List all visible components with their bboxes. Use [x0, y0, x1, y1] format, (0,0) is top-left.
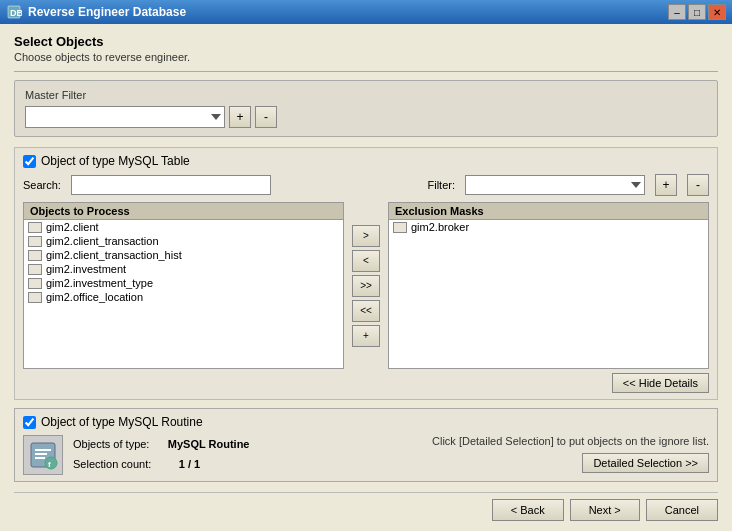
routine-icon: f — [23, 435, 63, 475]
routine-info: Objects of type: MySQL Routine Selection… — [73, 435, 249, 475]
master-filter-select[interactable] — [25, 106, 225, 128]
selection-count-value: 1 / 1 — [179, 458, 200, 470]
move-left-button[interactable]: < — [352, 250, 380, 272]
master-filter-group: Master Filter + - — [14, 80, 718, 137]
filter-label: Filter: — [428, 179, 456, 191]
list-item[interactable]: gim2.broker — [389, 220, 708, 234]
list-item[interactable]: gim2.client — [24, 220, 343, 234]
hide-details-button[interactable]: << Hide Details — [612, 373, 709, 393]
routine-right: Click [Detailed Selection] to put object… — [432, 435, 709, 473]
move-right-button[interactable]: > — [352, 225, 380, 247]
search-input[interactable] — [71, 175, 271, 195]
maximize-button[interactable]: □ — [688, 4, 706, 20]
page-title: Select Objects — [14, 34, 718, 49]
routine-hint: Click [Detailed Selection] to put object… — [432, 435, 709, 447]
move-buttons-group: > < >> << + — [348, 202, 384, 369]
exclusion-masks-container: Exclusion Masks gim2.broker — [388, 202, 709, 369]
minimize-button[interactable]: – — [668, 4, 686, 20]
mysql-table-label: Object of type MySQL Table — [41, 154, 190, 168]
selection-count-label: Selection count: — [73, 458, 151, 470]
svg-point-6 — [45, 457, 57, 469]
exclusion-masks-header: Exclusion Masks — [388, 202, 709, 219]
svg-rect-3 — [35, 449, 51, 451]
list-item[interactable]: gim2.investment — [24, 262, 343, 276]
filter-add-button[interactable]: + — [655, 174, 677, 196]
move-all-left-button[interactable]: << — [352, 300, 380, 322]
footer-buttons: < Back Next > Cancel — [14, 492, 718, 521]
cancel-button[interactable]: Cancel — [646, 499, 718, 521]
mysql-table-section: Object of type MySQL Table Search: Filte… — [14, 147, 718, 400]
objects-to-process-container: Objects to Process gim2.clientgim2.clien… — [23, 202, 344, 369]
routine-section: Object of type MySQL Routine f Objects o… — [14, 408, 718, 482]
routine-label: Object of type MySQL Routine — [41, 415, 203, 429]
list-item[interactable]: gim2.client_transaction — [24, 234, 343, 248]
detailed-selection-button[interactable]: Detailed Selection >> — [582, 453, 709, 473]
svg-rect-5 — [35, 457, 45, 459]
list-item[interactable]: gim2.investment_type — [24, 276, 343, 290]
master-filter-add-button[interactable]: + — [229, 106, 251, 128]
svg-text:DB: DB — [10, 8, 22, 18]
master-filter-remove-button[interactable]: - — [255, 106, 277, 128]
app-icon: DB — [6, 4, 22, 20]
search-label: Search: — [23, 179, 61, 191]
objects-to-process-header: Objects to Process — [23, 202, 344, 219]
objects-of-type-value: MySQL Routine — [168, 438, 250, 450]
objects-of-type-label: Objects of type: — [73, 438, 149, 450]
list-item[interactable]: gim2.office_location — [24, 290, 343, 304]
back-button[interactable]: < Back — [492, 499, 564, 521]
page-subtitle: Choose objects to reverse engineer. — [14, 51, 718, 63]
next-button[interactable]: Next > — [570, 499, 640, 521]
add-item-button[interactable]: + — [352, 325, 380, 347]
mysql-table-checkbox[interactable] — [23, 155, 36, 168]
close-button[interactable]: ✕ — [708, 4, 726, 20]
master-filter-label: Master Filter — [25, 89, 707, 101]
routine-checkbox[interactable] — [23, 416, 36, 429]
filter-select[interactable] — [465, 175, 645, 195]
objects-to-process-list[interactable]: gim2.clientgim2.client_transactiongim2.c… — [23, 219, 344, 369]
move-all-right-button[interactable]: >> — [352, 275, 380, 297]
dialog-title: Reverse Engineer Database — [28, 5, 186, 19]
title-bar: DB Reverse Engineer Database – □ ✕ — [0, 0, 732, 24]
svg-text:f: f — [48, 460, 51, 469]
filter-remove-button[interactable]: - — [687, 174, 709, 196]
svg-rect-4 — [35, 453, 47, 455]
list-item[interactable]: gim2.client_transaction_hist — [24, 248, 343, 262]
exclusion-masks-list[interactable]: gim2.broker — [388, 219, 709, 369]
